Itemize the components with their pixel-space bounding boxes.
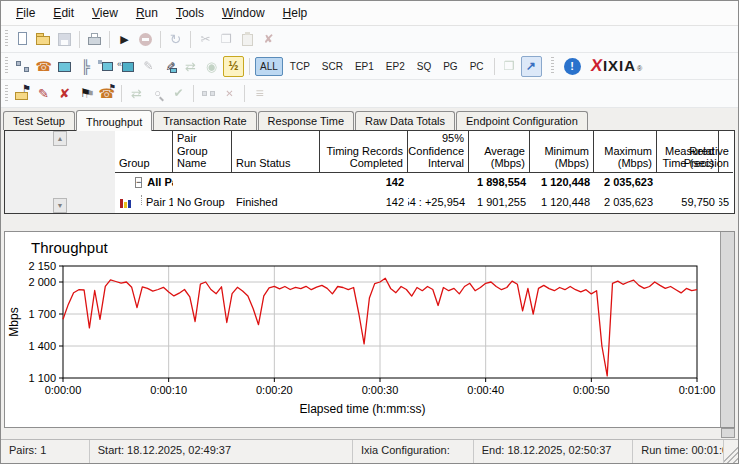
col-header-timing-records[interactable]: Timing Records Completed [320, 131, 408, 173]
menu-edit[interactable]: Edit [44, 3, 83, 23]
view-filter-scr[interactable]: SCR [317, 57, 348, 76]
svg-text:0:00:40: 0:00:40 [467, 384, 504, 396]
menu-tools[interactable]: Tools [167, 3, 213, 23]
tab-response-time[interactable]: Response Time [258, 111, 354, 130]
compare-results-icon[interactable] [76, 84, 95, 103]
status-runtime: Run time: 00:01:00 [632, 440, 724, 463]
table-vertical-scrollbar[interactable]: ▲ ▼ [5, 131, 115, 213]
link-pairs-icon [199, 84, 218, 103]
add-voip-pair-icon[interactable] [34, 57, 53, 76]
tab-endpoint-configuration[interactable]: Endpoint Configuration [456, 111, 588, 130]
run-test-icon[interactable] [115, 30, 134, 49]
col-header-average[interactable]: Average (Mbps) [469, 131, 530, 173]
col-header-minimum[interactable]: Minimum (Mbps) [530, 131, 594, 173]
pair-chart-icon [119, 196, 133, 209]
view-filter-sq[interactable]: SQ [412, 57, 436, 76]
edit-run-options-icon[interactable] [34, 84, 53, 103]
status-start: Start: 18.12.2025, 02:49:37 [89, 440, 352, 463]
col-header-confidence-interval[interactable]: 95% Confidence Interval [408, 131, 469, 173]
menu-help[interactable]: Help [274, 3, 317, 23]
tab-transaction-rate[interactable]: Transaction Rate [153, 111, 256, 130]
toolbar-grip[interactable] [5, 85, 8, 103]
table-row-pair-1[interactable]: Pair 1 [115, 191, 173, 213]
toolbar-separator [244, 85, 245, 102]
pair-timing-records: 142 [320, 191, 408, 213]
table-row-all-pairs[interactable]: All Pairs [115, 173, 173, 191]
col-header-pair-group-name[interactable]: Pair Group Name [173, 131, 232, 173]
scroll-down-button[interactable]: ▼ [53, 198, 67, 213]
status-bar: Pairs: 1 Start: 18.12.2025, 02:49:37 Ixi… [1, 439, 738, 463]
view-filter-pg[interactable]: PG [438, 57, 462, 76]
svg-text:0:00:00: 0:00:00 [45, 384, 82, 396]
view-filter-ep2[interactable]: EP2 [381, 57, 410, 76]
save-results-icon[interactable] [13, 84, 32, 103]
add-multicast-group-icon[interactable] [76, 57, 95, 76]
menu-file[interactable]: File [7, 3, 44, 23]
toolbar-separator [249, 58, 250, 75]
view-filter-all[interactable]: ALL [255, 57, 283, 76]
chart-vertical-scrollbar[interactable] [720, 232, 734, 427]
toolbar-grip[interactable] [5, 30, 8, 48]
scroll-up-button[interactable]: ▲ [53, 131, 67, 146]
pair-group-name-cell: No Group [173, 191, 232, 213]
col-header-maximum[interactable]: Maximum (Mbps) [594, 131, 657, 173]
pair-relative-precision: 1,365 [719, 191, 733, 213]
collapse-expander[interactable] [135, 177, 142, 188]
add-hardware-pair-icon[interactable] [118, 57, 137, 76]
empty-cell [232, 173, 320, 191]
chart-area: Throughput 1 1001 4001 7002 0002 1500:00… [5, 232, 720, 427]
results-table: Group Pair Group Name Run Status Timing … [4, 130, 735, 214]
reload-icon [166, 30, 185, 49]
add-pair-icon[interactable] [13, 57, 32, 76]
pair-minimum: 1 120,448 [530, 191, 594, 213]
col-header-run-status[interactable]: Run Status [232, 131, 320, 173]
add-video-multicast-group-icon[interactable] [97, 57, 116, 76]
col-header-group[interactable]: Group [115, 131, 173, 173]
bottom-gap [1, 428, 738, 439]
svg-text:Mbps: Mbps [7, 307, 21, 336]
toolbar-grip[interactable] [551, 57, 554, 75]
menu-view[interactable]: View [83, 3, 127, 23]
view-filter-ep1[interactable]: EP1 [350, 57, 379, 76]
edit-item-icon [139, 57, 158, 76]
tab-raw-data-totals[interactable]: Raw Data Totals [355, 111, 455, 130]
call-setup-icon[interactable] [97, 84, 116, 103]
throughput-chart-panel: Throughput 1 1001 4001 7002 0002 1500:00… [4, 231, 735, 428]
svg-text:0:00:50: 0:00:50 [573, 384, 610, 396]
group-stack-icon [250, 84, 269, 103]
stop-test-icon [136, 30, 155, 49]
registered-mark: ® [637, 65, 642, 72]
cut-icon [196, 30, 215, 49]
add-video-pair-icon[interactable] [55, 57, 74, 76]
abort-run-icon[interactable] [55, 84, 74, 103]
new-document-icon[interactable] [13, 30, 32, 49]
menu-run[interactable]: Run [127, 3, 167, 23]
info-button[interactable]: ! [564, 58, 581, 75]
col-header-relative-precision[interactable]: Relative Precision [719, 131, 733, 173]
tree-connector [141, 195, 142, 205]
all-pairs-timing-records: 142 [320, 173, 408, 191]
empty-cell [173, 173, 232, 191]
export-results-icon[interactable] [521, 56, 542, 77]
chart-scrollbar-button[interactable] [721, 428, 735, 438]
svg-text:2 150: 2 150 [28, 260, 56, 272]
open-test-icon[interactable] [34, 30, 53, 49]
toolbar-separator [190, 31, 191, 48]
svg-text:0:00:30: 0:00:30 [362, 384, 399, 396]
status-config: Ixia Configuration: [352, 440, 473, 463]
copy-results-icon [500, 57, 519, 76]
view-filter-pc[interactable]: PC [465, 57, 489, 76]
edit-console-icon[interactable] [160, 57, 179, 76]
resize-grip[interactable] [724, 440, 738, 463]
menu-window[interactable]: Window [213, 3, 274, 23]
view-filter-tcp[interactable]: TCP [285, 57, 315, 76]
pair-measured-time: 59,750 [657, 191, 719, 213]
tab-throughput[interactable]: Throughput [76, 110, 152, 131]
menu-bar: FileEditViewRunToolsWindowHelp [1, 1, 738, 26]
all-pairs-maximum: 2 035,623 [594, 173, 657, 191]
tab-test-setup[interactable]: Test Setup [3, 111, 75, 130]
empty-cell [719, 173, 733, 191]
show-pair-numbers-icon[interactable] [223, 56, 244, 77]
print-icon[interactable] [85, 30, 104, 49]
toolbar-grip[interactable] [5, 57, 8, 75]
